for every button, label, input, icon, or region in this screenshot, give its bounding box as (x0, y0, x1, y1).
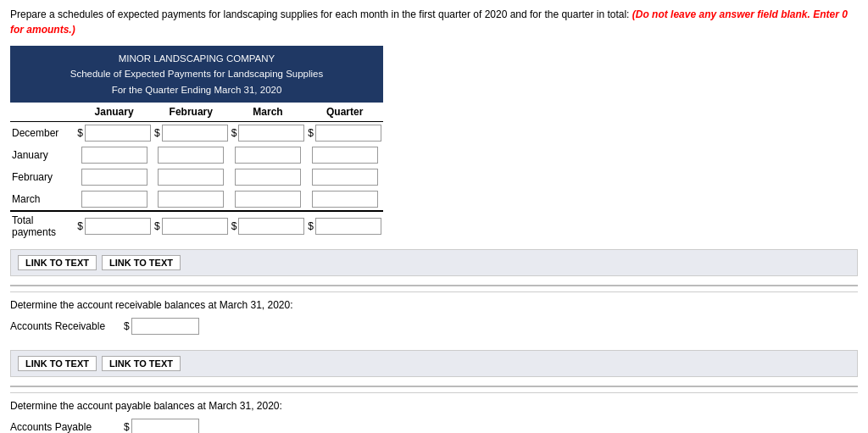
cell-dec-jan: $ (75, 122, 153, 145)
instruction-text: Prepare a schedules of expected payments… (10, 7, 858, 37)
company-name: MINOR LANDSCAPING COMPANY (14, 51, 380, 66)
schedule-title: Schedule of Expected Payments for Landsc… (14, 66, 380, 81)
section2-question: Determine the account receivable balance… (10, 299, 858, 311)
cell-mar-mar (230, 188, 307, 211)
cell-feb-jan (75, 166, 153, 188)
col-quarter: Quarter (306, 103, 383, 122)
input-feb-feb[interactable] (158, 169, 224, 186)
cell-feb-qtr (306, 166, 383, 188)
cell-total-qtr: $ (306, 211, 383, 241)
input-total-mar[interactable] (238, 218, 304, 235)
ar-row: Accounts Receivable $ (10, 318, 858, 335)
section-3: Determine the account payable balances a… (10, 392, 858, 433)
cell-feb-mar (230, 166, 307, 188)
cell-mar-qtr (306, 188, 383, 211)
cell-feb-feb (153, 166, 230, 188)
dollar-dec-feb: $ (154, 127, 160, 139)
table-row: January (10, 144, 383, 166)
page-container: Prepare a schedules of expected payments… (0, 0, 868, 433)
schedule-header: MINOR LANDSCAPING COMPANY Schedule of Ex… (10, 46, 383, 103)
section-separator-1 (10, 285, 858, 286)
input-dec-qtr[interactable] (315, 125, 381, 142)
ap-label: Accounts Payable (10, 421, 120, 433)
col-january: January (75, 103, 153, 122)
input-mar-feb[interactable] (158, 191, 224, 208)
dollar-dec-qtr: $ (308, 127, 314, 139)
cell-jan-mar (230, 144, 307, 166)
cell-dec-feb: $ (153, 122, 230, 145)
input-jan-jan[interactable] (81, 147, 147, 164)
cell-total-mar: $ (230, 211, 307, 241)
input-total-feb[interactable] (162, 218, 228, 235)
cell-jan-jan (75, 144, 153, 166)
col-february: February (153, 103, 230, 122)
input-total-jan[interactable] (85, 218, 151, 235)
input-dec-feb[interactable] (162, 125, 228, 142)
ar-label: Accounts Receivable (10, 320, 120, 332)
cell-total-jan: $ (75, 211, 153, 241)
row-label-total: Total payments (10, 211, 75, 241)
link-to-text-btn-1b[interactable]: LINK TO TEXT (102, 255, 181, 270)
schedule-subtitle: For the Quarter Ending March 31, 2020 (14, 82, 380, 97)
instruction-main: Prepare a schedules of expected payments… (10, 8, 629, 20)
link-section-1: LINK TO TEXT LINK TO TEXT (10, 249, 858, 276)
cell-mar-jan (75, 188, 153, 211)
cell-dec-qtr: $ (306, 122, 383, 145)
input-feb-qtr[interactable] (312, 169, 378, 186)
ap-input[interactable] (131, 419, 199, 433)
ap-dollar: $ (124, 421, 130, 433)
dollar-total-mar: $ (231, 220, 237, 232)
ar-input-wrapper: $ (124, 318, 199, 335)
col-label-header (10, 103, 75, 122)
input-mar-qtr[interactable] (312, 191, 378, 208)
ar-dollar: $ (124, 320, 130, 332)
schedule-wrapper: MINOR LANDSCAPING COMPANY Schedule of Ex… (10, 46, 383, 241)
dollar-total-feb: $ (154, 220, 160, 232)
dollar-total-jan: $ (77, 220, 83, 232)
row-label-december: December (10, 122, 75, 145)
cell-mar-feb (153, 188, 230, 211)
input-feb-mar[interactable] (235, 169, 301, 186)
ap-input-wrapper: $ (124, 419, 199, 433)
input-jan-mar[interactable] (235, 147, 301, 164)
cell-jan-qtr (306, 144, 383, 166)
input-jan-feb[interactable] (158, 147, 224, 164)
section3-question: Determine the account payable balances a… (10, 400, 858, 412)
table-row-total: Total payments $ $ (10, 211, 383, 241)
input-dec-mar[interactable] (238, 125, 304, 142)
schedule-table: January February March Quarter December … (10, 103, 383, 241)
section-separator-2 (10, 386, 858, 387)
dollar-dec-jan: $ (77, 127, 83, 139)
col-march: March (230, 103, 307, 122)
cell-total-feb: $ (153, 211, 230, 241)
input-total-qtr[interactable] (315, 218, 381, 235)
input-mar-mar[interactable] (235, 191, 301, 208)
dollar-total-qtr: $ (308, 220, 314, 232)
dollar-dec-mar: $ (231, 127, 237, 139)
table-row: December $ $ (10, 122, 383, 145)
cell-dec-mar: $ (230, 122, 307, 145)
cell-jan-feb (153, 144, 230, 166)
table-row: February (10, 166, 383, 188)
link-to-text-btn-2b[interactable]: LINK TO TEXT (102, 356, 181, 371)
link-to-text-btn-1a[interactable]: LINK TO TEXT (18, 255, 97, 270)
row-label-january: January (10, 144, 75, 166)
input-dec-jan[interactable] (85, 125, 151, 142)
link-section-2: LINK TO TEXT LINK TO TEXT (10, 350, 858, 377)
input-feb-jan[interactable] (81, 169, 147, 186)
section-2: Determine the account receivable balance… (10, 291, 858, 350)
ar-input[interactable] (131, 318, 199, 335)
ap-row: Accounts Payable $ (10, 419, 858, 433)
row-label-march: March (10, 188, 75, 211)
link-to-text-btn-2a[interactable]: LINK TO TEXT (18, 356, 97, 371)
input-jan-qtr[interactable] (312, 147, 378, 164)
table-row: March (10, 188, 383, 211)
row-label-february: February (10, 166, 75, 188)
input-mar-jan[interactable] (81, 191, 147, 208)
